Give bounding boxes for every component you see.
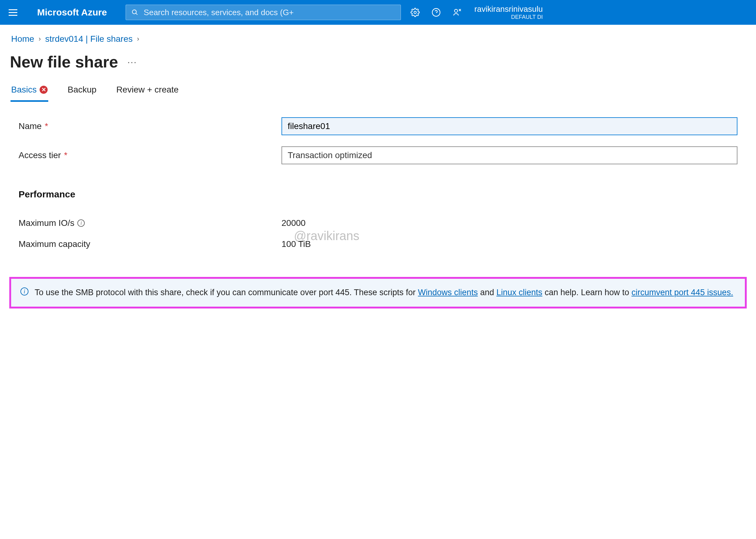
user-directory-label: DEFAULT DI: [474, 14, 543, 21]
search-box[interactable]: [126, 5, 401, 20]
link-circumvent-port[interactable]: circumvent port 445 issues.: [632, 288, 733, 297]
row-max-capacity: Maximum capacity 100 TiB: [19, 239, 737, 249]
select-value: Transaction optimized: [288, 150, 372, 160]
tab-label: Backup: [67, 85, 96, 95]
link-linux-clients[interactable]: Linux clients: [497, 288, 543, 297]
brand-label[interactable]: Microsoft Azure: [37, 7, 107, 18]
label-text: Name: [19, 121, 42, 131]
tab-label: Review + create: [116, 85, 179, 95]
access-tier-label: Access tier *: [19, 150, 282, 160]
required-asterisk-icon: *: [45, 121, 48, 131]
chevron-right-icon: ›: [137, 35, 139, 43]
hamburger-menu-icon[interactable]: [6, 7, 19, 18]
help-icon[interactable]: [431, 7, 441, 17]
user-name-label: ravikiransrinivasulu: [474, 4, 543, 14]
max-capacity-label: Maximum capacity: [19, 239, 282, 249]
info-banner: i To use the SMB protocol with this shar…: [9, 277, 747, 308]
max-io-label: Maximum IO/s i: [19, 218, 282, 228]
feedback-icon[interactable]: [452, 7, 462, 17]
svg-point-3: [454, 9, 457, 12]
tab-basics[interactable]: Basics ✕: [11, 80, 48, 102]
breadcrumb-fileshares[interactable]: strdev014 | File shares: [45, 34, 133, 44]
label-text: Maximum IO/s: [19, 218, 74, 228]
performance-heading: Performance: [19, 189, 737, 199]
chevron-right-icon: ›: [39, 35, 41, 43]
breadcrumb: Home › strdev014 | File shares ›: [0, 25, 756, 47]
required-asterisk-icon: *: [64, 150, 67, 160]
tab-review-create[interactable]: Review + create: [116, 80, 179, 102]
max-capacity-value: 100 TiB: [282, 239, 311, 249]
name-input[interactable]: [282, 117, 737, 135]
info-icon: i: [21, 287, 29, 295]
access-tier-select[interactable]: Transaction optimized: [282, 146, 737, 164]
breadcrumb-home[interactable]: Home: [11, 34, 34, 44]
svg-point-0: [414, 11, 416, 14]
row-name: Name *: [19, 117, 737, 135]
tab-label: Basics: [11, 85, 36, 95]
banner-text-c: can help. Learn how to: [542, 288, 631, 297]
svg-point-1: [432, 9, 440, 16]
banner-text-b: and: [478, 288, 497, 297]
search-icon: [131, 9, 138, 16]
page-header: New file share ···: [0, 47, 756, 80]
name-label: Name *: [19, 121, 282, 131]
page-title: New file share: [10, 52, 118, 71]
error-badge-icon: ✕: [39, 86, 48, 94]
top-icon-group: [410, 7, 462, 17]
row-access-tier: Access tier * Transaction optimized: [19, 146, 737, 164]
banner-text: To use the SMB protocol with this share,…: [34, 286, 733, 299]
label-text: Maximum capacity: [19, 239, 90, 249]
more-actions-icon[interactable]: ···: [127, 57, 137, 67]
link-windows-clients[interactable]: Windows clients: [418, 288, 478, 297]
user-account-block[interactable]: ravikiransrinivasulu DEFAULT DI: [474, 4, 543, 21]
azure-topbar: Microsoft Azure ravikiransrinivasulu DEF…: [0, 0, 756, 25]
tab-backup[interactable]: Backup: [67, 80, 97, 102]
search-container: [126, 5, 401, 20]
label-text: Access tier: [19, 150, 61, 160]
settings-icon[interactable]: [410, 7, 420, 17]
form-area: Name * Access tier * Transaction optimiz…: [0, 102, 756, 249]
banner-text-a: To use the SMB protocol with this share,…: [34, 288, 418, 297]
max-io-value: 20000: [282, 218, 306, 228]
row-max-io: Maximum IO/s i 20000: [19, 218, 737, 228]
search-input[interactable]: [144, 8, 395, 17]
info-icon[interactable]: i: [77, 219, 85, 227]
tab-strip: Basics ✕ Backup Review + create: [0, 80, 756, 102]
